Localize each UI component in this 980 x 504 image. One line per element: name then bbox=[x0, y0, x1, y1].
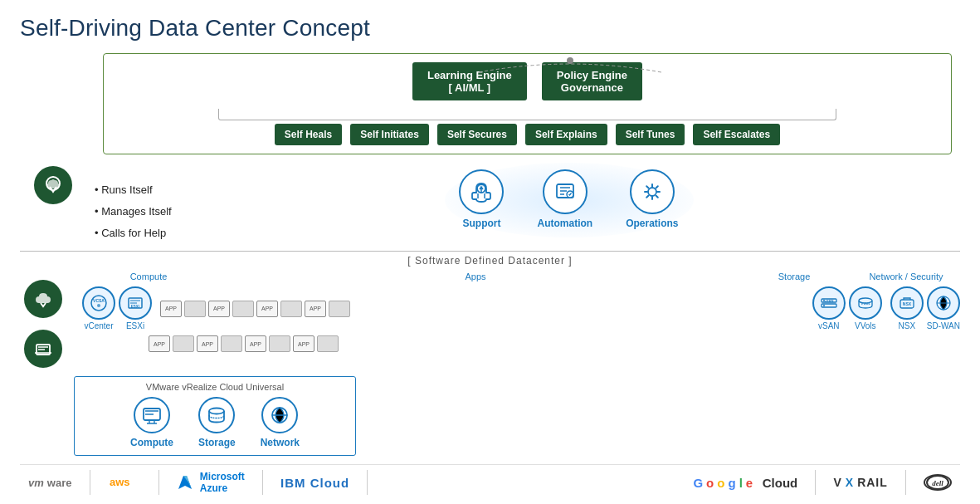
vrealize-section: VMware vRealize Cloud Universal Compute bbox=[74, 376, 960, 456]
vcenter-label: vCenter bbox=[84, 321, 113, 330]
vsan-icon: vSAN bbox=[812, 286, 846, 320]
vsan-label: vSAN bbox=[818, 321, 840, 330]
svg-text:ESXi: ESXi bbox=[131, 305, 139, 309]
google-cloud-logo: Google Cloud bbox=[693, 476, 797, 490]
vcenter-icon: VCSA bbox=[82, 286, 115, 320]
sdd-row: Compute Apps Storage Network / Security … bbox=[20, 270, 960, 369]
sdd-label: [ Software Defined Datacenter ] bbox=[20, 251, 960, 267]
sdd-cloud-icon-1 bbox=[24, 280, 62, 318]
vr-compute-item: Compute bbox=[130, 397, 173, 448]
self-explains: Self Explains bbox=[525, 124, 607, 145]
ibm-cloud-logo: IBM Cloud bbox=[280, 476, 349, 490]
sdwan-item: SD-WAN bbox=[927, 286, 960, 330]
app-block bbox=[269, 335, 290, 352]
svg-point-23 bbox=[209, 409, 224, 414]
dell-logo: dell bbox=[924, 474, 952, 491]
self-escalates: Self Escalates bbox=[693, 124, 780, 145]
vrealize-icons: Compute Storage bbox=[88, 397, 342, 448]
svg-text:aws: aws bbox=[110, 476, 130, 488]
operations-label: Operations bbox=[626, 218, 678, 229]
vr-network-icon bbox=[261, 397, 298, 433]
self-items-row: Self Heals Self Initiates Self Secures S… bbox=[275, 124, 780, 145]
operations-icon bbox=[630, 169, 675, 214]
esxi-label: ESXi bbox=[126, 321, 144, 330]
bullets-list: • Runs Itself • Manages Itself • Calls f… bbox=[95, 163, 227, 244]
app-block: APP bbox=[293, 335, 314, 352]
app-block bbox=[329, 301, 350, 317]
vmware-logo: vmware bbox=[28, 477, 71, 489]
self-secures: Self Secures bbox=[437, 124, 517, 145]
app-blocks-row1: APP APP APP APP bbox=[160, 301, 809, 317]
engine-row: Learning Engine [ AI/ML ] Policy Engine … bbox=[412, 62, 642, 100]
svg-text:VCSA: VCSA bbox=[93, 298, 105, 303]
vr-storage-icon bbox=[198, 397, 235, 433]
automation-label: Automation bbox=[537, 218, 592, 229]
svg-point-5 bbox=[648, 188, 656, 196]
vvols-label: VVols bbox=[855, 321, 876, 330]
top-concept-box: Learning Engine [ AI/ML ] Policy Engine … bbox=[103, 53, 952, 154]
sdwan-icon bbox=[927, 286, 960, 320]
engine-arc bbox=[479, 56, 661, 81]
svg-point-0 bbox=[567, 57, 573, 64]
support-icon bbox=[459, 169, 504, 214]
vxrail-logo: VXRAIL bbox=[833, 476, 887, 489]
nsx-label: NSX bbox=[899, 321, 916, 330]
svg-text:dell: dell bbox=[932, 479, 943, 487]
app-block: APP bbox=[245, 335, 266, 352]
microsoft-azure-logo: MicrosoftAzure bbox=[177, 471, 245, 494]
cloud-icon-top bbox=[34, 166, 72, 204]
svg-text:NSX: NSX bbox=[903, 301, 912, 306]
app-block bbox=[173, 335, 194, 352]
sdd-content: Compute Apps Storage Network / Security … bbox=[74, 272, 960, 352]
page-title: Self-Driving Data Center Concept bbox=[20, 15, 960, 42]
page-container: Self-Driving Data Center Concept Learnin… bbox=[0, 0, 980, 504]
vvols-item: VVols VVols bbox=[849, 286, 882, 330]
vr-compute-label: Compute bbox=[130, 437, 173, 448]
app-block bbox=[232, 301, 254, 317]
bullet-1: • Runs Itself bbox=[95, 179, 227, 201]
sdd-section: [ Software Defined Datacenter ] bbox=[20, 251, 960, 369]
components-row-1: VCSA vCenter ESXi bbox=[74, 286, 960, 330]
vvols-icon: VVols bbox=[849, 286, 882, 320]
svg-point-9 bbox=[97, 304, 100, 307]
app-block: APP bbox=[256, 301, 278, 317]
app-block bbox=[317, 335, 339, 352]
middle-section: • Runs Itself • Manages Itself • Calls f… bbox=[20, 163, 960, 244]
svg-point-15 bbox=[823, 305, 825, 306]
vr-storage-label: Storage bbox=[198, 437, 236, 448]
vrealize-title: VMware vRealize Cloud Universal bbox=[88, 382, 342, 392]
vr-network-item: Network bbox=[261, 397, 300, 448]
app-block: APP bbox=[149, 335, 170, 352]
sdd-cloud-icon-2 bbox=[24, 330, 62, 368]
operations-icon-item: Operations bbox=[626, 169, 678, 229]
vsan-item: vSAN vSAN bbox=[812, 286, 846, 330]
netsec-category: Network / Security bbox=[852, 272, 960, 281]
support-icons-row: Support Automation bbox=[459, 169, 678, 229]
app-block bbox=[221, 335, 242, 352]
support-label: Support bbox=[462, 218, 500, 229]
vr-compute-icon bbox=[134, 397, 170, 433]
vr-network-label: Network bbox=[261, 437, 300, 448]
support-icon-item: Support bbox=[459, 169, 504, 229]
compute-category: Compute bbox=[82, 272, 215, 281]
aws-logo: aws bbox=[108, 472, 141, 492]
app-blocks-row2: APP APP APP APP bbox=[149, 335, 960, 352]
app-block: APP bbox=[160, 301, 182, 317]
vr-storage-item: Storage bbox=[198, 397, 236, 448]
esxi-icon: ESXi bbox=[119, 286, 152, 320]
self-heals: Self Heals bbox=[275, 124, 342, 145]
self-tunes: Self Tunes bbox=[616, 124, 685, 145]
svg-text:VVols: VVols bbox=[861, 301, 870, 306]
svg-text:vSAN: vSAN bbox=[824, 299, 833, 303]
sdd-left-icons bbox=[20, 272, 66, 368]
bullet-2: • Manages Itself bbox=[95, 201, 227, 223]
storage-category: Storage bbox=[736, 272, 852, 281]
apps-category: Apps bbox=[215, 272, 736, 281]
nsx-icon: NSX bbox=[890, 286, 924, 320]
bottom-logos: vmware aws MicrosoftAzure IBM Cloud Goog… bbox=[20, 464, 960, 500]
icons-area: Support Automation bbox=[227, 163, 910, 244]
app-block: APP bbox=[305, 301, 326, 317]
app-block: APP bbox=[197, 335, 218, 352]
category-labels: Compute Apps Storage Network / Security bbox=[74, 272, 960, 281]
sdwan-label: SD-WAN bbox=[927, 321, 960, 330]
